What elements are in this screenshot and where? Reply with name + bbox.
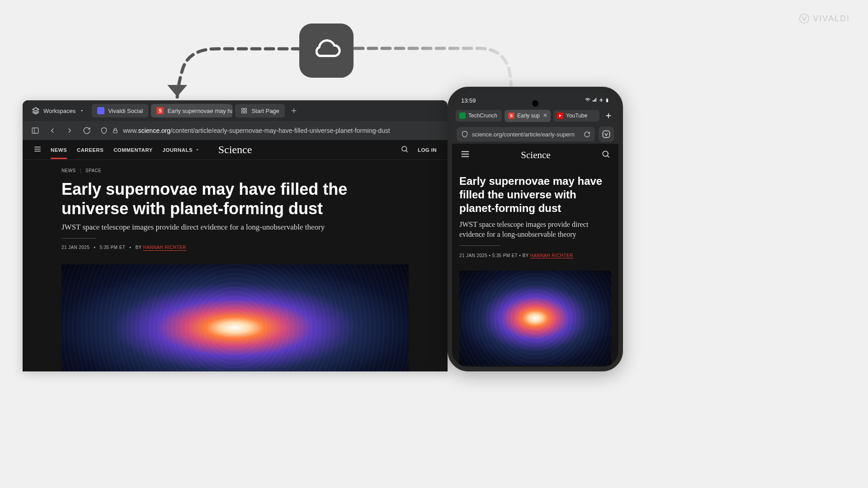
youtube-favicon bbox=[557, 113, 563, 119]
mobile-tab-science[interactable]: S Early sup bbox=[505, 110, 551, 122]
url-text: science.org/content/article/early-supern bbox=[472, 131, 575, 138]
chevron-down-icon bbox=[195, 147, 200, 152]
forward-button[interactable] bbox=[62, 123, 77, 138]
hamburger-icon bbox=[460, 149, 470, 159]
mobile-tab-youtube[interactable]: YouTube bbox=[553, 110, 599, 122]
search-icon bbox=[601, 150, 610, 159]
tab-start-page[interactable]: Start Page bbox=[235, 104, 284, 117]
article-author[interactable]: HANNAH RICHTER bbox=[143, 245, 186, 251]
divider bbox=[61, 238, 96, 239]
panel-toggle-button[interactable] bbox=[28, 123, 42, 138]
mobile-toolbar: science.org/content/article/early-supern bbox=[452, 125, 618, 144]
tab-close-button[interactable] bbox=[542, 113, 548, 119]
panel-icon bbox=[31, 127, 39, 135]
signal-icon bbox=[592, 97, 598, 103]
mobile-article-headline: Early supernovae may have filled the uni… bbox=[459, 174, 611, 215]
tab-label: Start Page bbox=[251, 108, 279, 114]
tab-label: TechCrunch bbox=[468, 113, 497, 119]
workspaces-label: Workspaces bbox=[43, 108, 75, 114]
svg-point-8 bbox=[402, 146, 407, 151]
battery-icon bbox=[605, 97, 609, 103]
lock-icon bbox=[112, 127, 118, 135]
sync-path-left bbox=[167, 45, 303, 99]
chevron-right-icon bbox=[66, 127, 74, 135]
login-link[interactable]: LOG IN bbox=[418, 147, 437, 153]
article-content: NEWS | SPACE Early supernovae may have f… bbox=[23, 160, 448, 371]
svg-point-0 bbox=[800, 14, 809, 23]
workspaces-button[interactable]: Workspaces bbox=[27, 104, 89, 117]
mobile-article-subhead: JWST space telescope images provide dire… bbox=[459, 220, 611, 239]
brand-text: VIVALDI bbox=[813, 14, 850, 23]
chevron-left-icon bbox=[48, 127, 57, 135]
chevron-down-icon bbox=[79, 108, 85, 113]
mobile-article-meta: 21 JAN 2025 • 5:35 PM ET • BY HANNAH RIC… bbox=[459, 253, 611, 258]
mobile-tab-techcrunch[interactable]: TechCrunch bbox=[456, 110, 502, 122]
address-bar[interactable]: www.science.org/content/article/early-su… bbox=[97, 124, 442, 137]
svg-rect-3 bbox=[242, 111, 244, 113]
tab-label: Early supernovae may hav bbox=[167, 108, 232, 114]
tab-label: Vivaldi Social bbox=[108, 108, 143, 114]
wifi-icon bbox=[585, 97, 591, 103]
mobile-menu-button[interactable] bbox=[460, 149, 470, 161]
svg-point-12 bbox=[603, 151, 608, 156]
breadcrumb-space[interactable]: SPACE bbox=[85, 168, 101, 173]
airplane-icon bbox=[599, 97, 604, 103]
site-menu-button[interactable] bbox=[33, 145, 42, 155]
article-subhead: JWST space telescope images provide dire… bbox=[61, 223, 409, 232]
shield-icon bbox=[461, 131, 468, 138]
close-icon bbox=[542, 113, 548, 118]
nav-commentary[interactable]: COMMENTARY bbox=[113, 141, 152, 159]
svg-rect-1 bbox=[242, 108, 244, 110]
site-header: NEWS CAREERS COMMENTARY JOURNALS Science… bbox=[23, 140, 448, 160]
tab-vivaldi-social[interactable]: Vivaldi Social bbox=[92, 104, 148, 117]
plus-icon bbox=[604, 112, 613, 120]
mobile-vivaldi-button[interactable] bbox=[599, 127, 614, 142]
tab-bar: Workspaces Vivaldi Social S Early supern… bbox=[23, 100, 448, 121]
svg-rect-5 bbox=[32, 128, 38, 133]
nav-news[interactable]: NEWS bbox=[51, 141, 67, 159]
tab-label: Early sup bbox=[517, 113, 540, 119]
science-logo[interactable]: Science bbox=[218, 144, 252, 156]
mobile-tab-bar: TechCrunch S Early sup YouTube bbox=[452, 107, 618, 125]
shield-icon bbox=[100, 127, 108, 135]
svg-rect-2 bbox=[245, 108, 247, 110]
science-logo[interactable]: Science bbox=[521, 150, 550, 161]
nav-journals[interactable]: JOURNALS bbox=[163, 141, 200, 159]
mobile-address-bar[interactable]: science.org/content/article/early-supern bbox=[457, 127, 595, 141]
article-author[interactable]: HANNAH RICHTER bbox=[530, 253, 573, 258]
science-favicon: S bbox=[156, 107, 164, 114]
article-headline: Early supernovae may have filled the uni… bbox=[61, 179, 409, 218]
tab-science-article[interactable]: S Early supernovae may hav bbox=[151, 104, 232, 117]
desktop-browser-window: Workspaces Vivaldi Social S Early supern… bbox=[23, 100, 448, 371]
svg-rect-10 bbox=[607, 98, 608, 99]
article-date: 21 JAN 2025 bbox=[61, 245, 90, 250]
url-text: www.science.org/content/article/early-su… bbox=[123, 127, 439, 134]
mobile-new-tab-button[interactable] bbox=[602, 109, 615, 122]
article-time: 5:35 PM ET bbox=[100, 245, 126, 250]
search-icon bbox=[401, 145, 409, 153]
mastodon-favicon bbox=[97, 107, 104, 114]
grid-favicon bbox=[241, 107, 248, 114]
status-icons bbox=[585, 97, 609, 103]
site-search-button[interactable] bbox=[401, 145, 409, 155]
site-nav: NEWS CAREERS COMMENTARY JOURNALS bbox=[51, 141, 200, 159]
mobile-article-content: Early supernovae may have filled the uni… bbox=[452, 166, 618, 367]
svg-rect-4 bbox=[245, 111, 247, 113]
new-tab-button[interactable] bbox=[288, 104, 300, 117]
back-button[interactable] bbox=[45, 123, 60, 138]
vivaldi-icon bbox=[602, 130, 611, 139]
hamburger-icon bbox=[33, 145, 42, 153]
cloud-sync-icon bbox=[299, 23, 354, 78]
breadcrumb-news[interactable]: NEWS bbox=[61, 168, 76, 173]
reload-icon bbox=[83, 127, 91, 135]
nav-careers[interactable]: CAREERS bbox=[77, 141, 104, 159]
mobile-site-header: Science bbox=[452, 144, 618, 166]
science-favicon: S bbox=[508, 113, 514, 119]
mobile-phone-frame: 13:59 TechCrunch S Early sup bbox=[448, 87, 623, 371]
reload-button[interactable] bbox=[80, 123, 94, 138]
reload-icon[interactable] bbox=[584, 131, 590, 138]
sync-arrow-left bbox=[167, 85, 187, 97]
clock: 13:59 bbox=[461, 97, 476, 104]
mobile-search-button[interactable] bbox=[601, 150, 610, 160]
svg-rect-9 bbox=[606, 99, 608, 103]
